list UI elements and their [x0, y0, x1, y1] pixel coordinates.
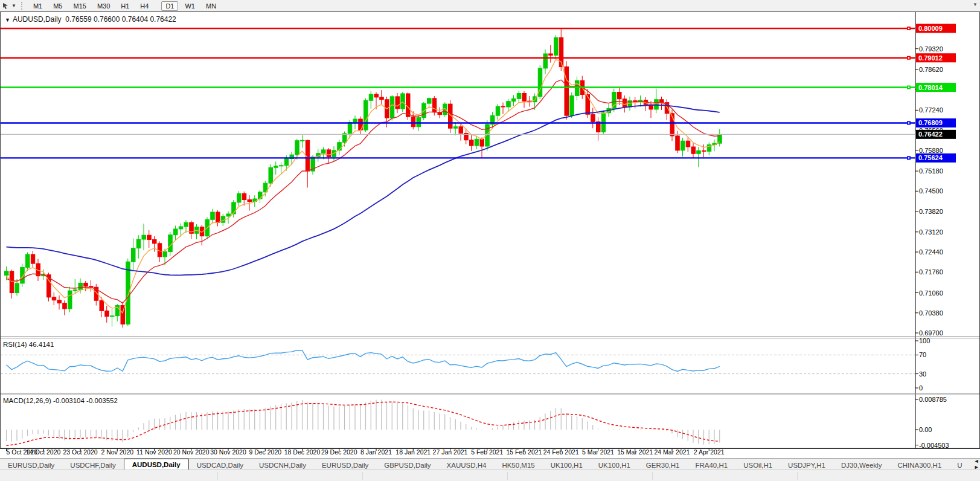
- chart-title: ▼AUDUSD,Daily 0.76559 0.76600 0.76404 0.…: [5, 15, 176, 24]
- tab-dj30-weekly[interactable]: DJ30,Weekly: [833, 460, 890, 470]
- svg-text:0.76809: 0.76809: [918, 119, 943, 126]
- price-chart[interactable]: 0.793200.786200.779400.772400.765600.758…: [0, 0, 980, 458]
- svg-text:14 Oct 2020: 14 Oct 2020: [26, 448, 60, 456]
- svg-text:0.75880: 0.75880: [919, 147, 943, 154]
- tab-xauusd-h4[interactable]: XAUUSD,H4: [439, 460, 495, 470]
- svg-text:0.76422: 0.76422: [918, 131, 943, 138]
- svg-text:0.78014: 0.78014: [918, 84, 943, 91]
- symbol-tab-bar: EURUSD,DailyUSDCHF,DailyAUDUSD,DailyUSDC…: [0, 458, 980, 470]
- trading-platform-window: { "toolbar": { "cursor_tool": "cursor-cr…: [0, 0, 980, 481]
- svg-text:0.75624: 0.75624: [918, 154, 943, 161]
- tab-usoil-h1[interactable]: USOil,H1: [735, 460, 780, 470]
- status-separator: [362, 472, 363, 480]
- tab-fra40-h1[interactable]: FRA40,H1: [687, 460, 735, 470]
- tab-gbpusd-daily[interactable]: GBPUSD,Daily: [376, 460, 438, 470]
- tab-eurusd-daily[interactable]: EURUSD,Daily: [0, 460, 62, 470]
- svg-text:9 Dec 2020: 9 Dec 2020: [249, 448, 281, 456]
- svg-text:0.73820: 0.73820: [919, 208, 943, 215]
- tab-uk100-h1[interactable]: UK100,H1: [543, 460, 591, 470]
- svg-text:0: 0: [919, 384, 923, 392]
- date-axis: 5 Oct 202014 Oct 202023 Oct 20202 Nov 20…: [7, 448, 725, 456]
- svg-text:0.77240: 0.77240: [919, 106, 943, 114]
- svg-text:0.79012: 0.79012: [918, 54, 943, 62]
- svg-text:5 Mar 2021: 5 Mar 2021: [582, 448, 614, 456]
- svg-text:20 Nov 2020: 20 Nov 2020: [173, 448, 210, 456]
- tab-audusd-daily[interactable]: AUDUSD,Daily: [124, 459, 189, 470]
- svg-text:0.71060: 0.71060: [919, 289, 943, 297]
- svg-text:-0.004503: -0.004503: [919, 442, 949, 449]
- svg-text:2 Nov 2020: 2 Nov 2020: [101, 448, 133, 456]
- tab-eurusd-daily[interactable]: EURUSD,Daily: [314, 460, 376, 470]
- macd-indicator-label: MACD(12,26,9) -0.003104 -0.003552: [3, 397, 118, 404]
- tab-usdchf-daily[interactable]: USDCHF,Daily: [62, 460, 123, 470]
- tab-usdcnh-daily[interactable]: USDCNH,Daily: [251, 460, 314, 470]
- status-strip: [0, 470, 980, 481]
- svg-text:0.74500: 0.74500: [919, 187, 943, 195]
- svg-text:5 Feb 2021: 5 Feb 2021: [471, 448, 503, 456]
- svg-text:27 Jan 2021: 27 Jan 2021: [433, 448, 468, 456]
- svg-text:2 Apr 2021: 2 Apr 2021: [694, 448, 725, 456]
- tab-uk100-h1[interactable]: UK100,H1: [591, 460, 638, 470]
- tab-u[interactable]: U: [949, 460, 970, 470]
- svg-text:30 Nov 2020: 30 Nov 2020: [210, 448, 246, 456]
- svg-text:24 Mar 2021: 24 Mar 2021: [655, 448, 690, 456]
- status-separator: [507, 472, 508, 480]
- svg-text:0.72440: 0.72440: [919, 248, 943, 256]
- chart-ohlc-values: 0.76559 0.76600 0.76404 0.76422: [65, 15, 176, 24]
- tab-scroll-right-icon[interactable]: ◄ ►: [970, 458, 980, 470]
- status-separator: [797, 472, 798, 480]
- svg-text:0.69700: 0.69700: [919, 329, 943, 337]
- svg-text:70: 70: [919, 351, 926, 358]
- svg-text:0.00: 0.00: [919, 426, 932, 433]
- svg-text:23 Oct 2020: 23 Oct 2020: [63, 448, 97, 456]
- svg-text:8 Jan 2021: 8 Jan 2021: [360, 448, 392, 456]
- svg-text:0.70380: 0.70380: [919, 309, 943, 317]
- svg-text:24 Feb 2021: 24 Feb 2021: [543, 448, 579, 456]
- tab-ger30-h1[interactable]: GER30,H1: [638, 460, 688, 470]
- svg-text:0.78620: 0.78620: [919, 66, 943, 73]
- chart-symbol-label: AUDUSD,Daily: [13, 15, 62, 24]
- svg-text:18 Dec 2020: 18 Dec 2020: [284, 448, 321, 456]
- svg-text:0.79320: 0.79320: [919, 45, 943, 53]
- svg-text:15 Mar 2021: 15 Mar 2021: [617, 448, 653, 456]
- tab-usdjpy-h1[interactable]: USDJPY,H1: [780, 460, 833, 470]
- tab-usdcad-daily[interactable]: USDCAD,Daily: [189, 460, 251, 470]
- svg-text:11 Nov 2020: 11 Nov 2020: [136, 448, 172, 456]
- svg-text:0.008785: 0.008785: [919, 396, 947, 403]
- svg-text:0.75180: 0.75180: [919, 167, 943, 175]
- status-separator: [652, 472, 653, 480]
- svg-text:15 Feb 2021: 15 Feb 2021: [507, 448, 542, 456]
- rsi-indicator-label: RSI(14) 46.4141: [3, 341, 54, 348]
- svg-text:0.71760: 0.71760: [919, 268, 943, 276]
- svg-text:100: 100: [919, 337, 930, 344]
- tab-china300-h1[interactable]: CHINA300,H1: [889, 460, 949, 470]
- svg-text:0.73120: 0.73120: [919, 228, 943, 236]
- tab-hk50-m15[interactable]: HK50,M15: [494, 460, 542, 470]
- collapse-triangle-icon[interactable]: ▼: [5, 17, 10, 23]
- svg-text:29 Dec 2020: 29 Dec 2020: [321, 448, 357, 456]
- svg-text:18 Jan 2021: 18 Jan 2021: [396, 448, 431, 456]
- status-separator: [217, 472, 218, 480]
- svg-text:30: 30: [919, 370, 926, 378]
- svg-text:0.80009: 0.80009: [918, 25, 943, 32]
